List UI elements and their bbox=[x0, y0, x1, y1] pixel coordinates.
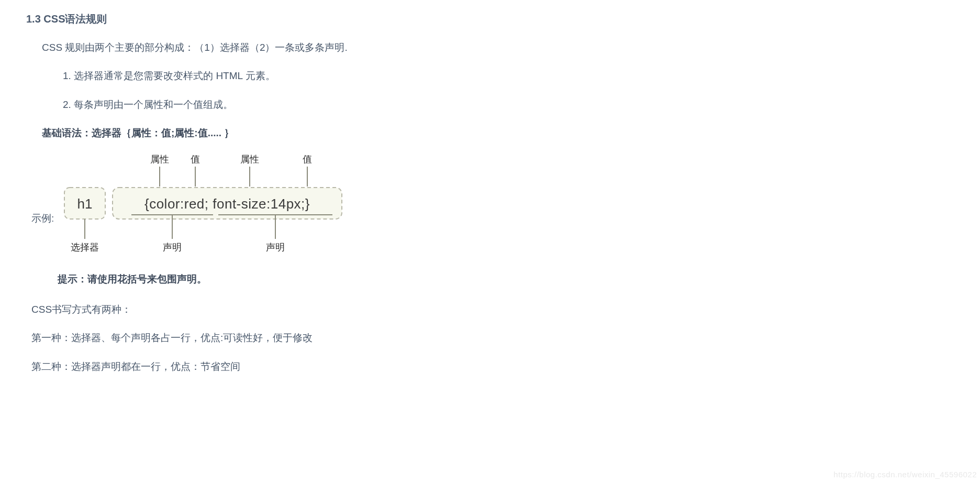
way-2: 第二种：选择器声明都在一行，优点：节省空间 bbox=[31, 359, 954, 375]
section-heading: 1.3 CSS语法规则 bbox=[26, 10, 954, 27]
label-attr2: 属性 bbox=[240, 154, 259, 165]
way-1: 第一种：选择器、每个声明各占一行，优点:可读性好，便于修改 bbox=[31, 330, 954, 346]
label-selector: 选择器 bbox=[71, 242, 99, 253]
example-label: 示例: bbox=[31, 211, 54, 226]
tip-line: 提示：请使用花括号来包围声明。 bbox=[58, 271, 954, 287]
css-syntax-diagram: 示例: 属性 值 属性 值 h1 {color:red; font-size:1… bbox=[31, 152, 954, 257]
syntax-summary: 基础语法：选择器｛属性：值;属性:值..... ｝ bbox=[42, 125, 954, 141]
diagram-svg-container: 属性 值 属性 值 h1 {color:red; font-size:14px;… bbox=[61, 152, 347, 257]
list-item-1: 1. 选择器通常是您需要改变样式的 HTML 元素。 bbox=[63, 68, 954, 84]
label-decl1: 声明 bbox=[163, 242, 182, 253]
label-val2: 值 bbox=[303, 154, 312, 165]
syntax-diagram-svg: 属性 值 属性 值 h1 {color:red; font-size:14px;… bbox=[61, 152, 347, 257]
two-ways-intro: CSS书写方式有两种： bbox=[31, 302, 954, 317]
label-decl2: 声明 bbox=[266, 242, 285, 253]
label-val1: 值 bbox=[191, 154, 200, 165]
intro-paragraph: CSS 规则由两个主要的部分构成：（1）选择器（2）一条或多条声明. bbox=[42, 40, 954, 56]
label-attr1: 属性 bbox=[150, 154, 169, 165]
declaration-text: {color:red; font-size:14px;} bbox=[144, 196, 310, 212]
list-item-2: 2. 每条声明由一个属性和一个值组成。 bbox=[63, 97, 954, 113]
selector-text: h1 bbox=[77, 196, 93, 212]
watermark: https://blog.csdn.net/weixin_45596022 bbox=[833, 468, 977, 481]
